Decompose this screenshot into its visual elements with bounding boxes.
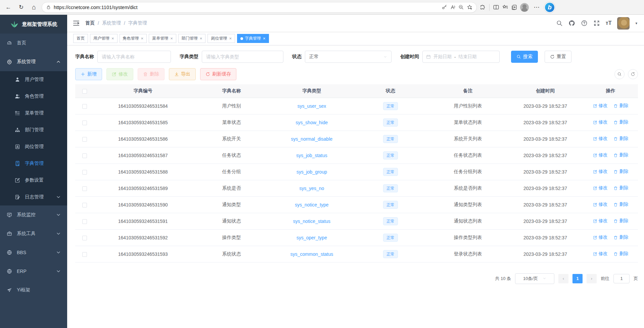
row-edit-link[interactable]: 修改	[593, 152, 608, 158]
row-edit-link[interactable]: 修改	[593, 103, 608, 109]
dict-type-link[interactable]: sys_notice_status	[293, 219, 330, 224]
bing-chat-icon[interactable]: b	[544, 2, 555, 13]
add-favorite-icon[interactable]	[467, 4, 472, 10]
sidebar-item-system-mgmt[interactable]: 系统管理	[0, 52, 67, 71]
nav-tab[interactable]: 角色管理 ×	[120, 34, 147, 43]
browser-more-icon[interactable]: ⋯	[532, 2, 542, 12]
prev-page-button[interactable]: ‹	[558, 274, 568, 283]
url-text[interactable]: https://ccnetcore.com:1101/system/dict	[54, 5, 439, 10]
sidebar-item-post-mgmt[interactable]: 岗位管理	[0, 138, 67, 155]
row-delete-link[interactable]: 删除	[613, 103, 628, 109]
browser-profile-avatar[interactable]	[520, 3, 529, 12]
fullscreen-icon[interactable]	[593, 20, 600, 27]
dict-type-link[interactable]: sys_user_sex	[297, 103, 326, 109]
current-page[interactable]: 1	[572, 274, 583, 283]
read-aloud-icon[interactable]	[450, 4, 456, 10]
row-checkbox[interactable]	[82, 104, 87, 109]
row-edit-link[interactable]: 修改	[593, 201, 608, 207]
row-delete-link[interactable]: 删除	[613, 234, 628, 240]
row-checkbox[interactable]	[82, 170, 87, 175]
user-avatar[interactable]	[617, 17, 630, 30]
browser-reload-icon[interactable]: ↻	[16, 2, 26, 12]
nav-tab[interactable]: 字典管理 ×	[237, 34, 269, 43]
close-icon[interactable]: ×	[200, 36, 202, 41]
sidebar-item-user-mgmt[interactable]: 用户管理	[0, 71, 67, 88]
dict-type-link[interactable]: sys_job_group	[296, 169, 327, 175]
sidebar-item-dept-mgmt[interactable]: 部门管理	[0, 122, 67, 138]
dict-name-input[interactable]	[97, 51, 171, 63]
close-icon[interactable]: ×	[229, 36, 232, 41]
sidebar-item-role-mgmt[interactable]: 角色管理	[0, 88, 67, 105]
split-screen-icon[interactable]	[493, 4, 499, 10]
row-edit-link[interactable]: 修改	[593, 251, 608, 257]
sidebar-item-menu-mgmt[interactable]: 菜单管理	[0, 105, 67, 122]
sidebar-item-system-tools[interactable]: 系统工具	[0, 224, 67, 243]
goto-page-input[interactable]	[613, 274, 630, 283]
edit-button[interactable]: 修改	[106, 68, 133, 80]
toggle-search-button[interactable]	[614, 69, 625, 79]
dict-type-link[interactable]: sys_yes_no	[299, 186, 324, 191]
sidebar-item-erp[interactable]: ERP	[0, 262, 67, 281]
next-page-button[interactable]: ›	[587, 274, 597, 283]
favorites-icon[interactable]	[502, 4, 508, 10]
row-delete-link[interactable]: 删除	[613, 251, 628, 257]
row-checkbox[interactable]	[82, 137, 87, 142]
sidebar-item-system-monitor[interactable]: 系统监控	[0, 205, 67, 224]
export-button[interactable]: 导出	[169, 68, 196, 80]
row-checkbox[interactable]	[82, 203, 87, 207]
sidebar-item-bbs[interactable]: BBS	[0, 243, 67, 262]
reset-button[interactable]: 重置	[545, 51, 571, 63]
browser-back-icon[interactable]: ←	[3, 2, 13, 12]
row-delete-link[interactable]: 删除	[613, 185, 628, 191]
row-edit-link[interactable]: 修改	[593, 218, 608, 224]
row-delete-link[interactable]: 删除	[613, 136, 628, 142]
sidebar-item-yi-framework[interactable]: Yi框架	[0, 281, 67, 299]
row-edit-link[interactable]: 修改	[593, 234, 608, 240]
refresh-table-button[interactable]	[628, 69, 638, 79]
collections-icon[interactable]	[511, 4, 517, 10]
font-size-icon[interactable]: тT	[606, 20, 612, 26]
row-checkbox[interactable]	[82, 252, 87, 257]
nav-tab[interactable]: 菜单管理 ×	[149, 34, 176, 43]
browser-home-icon[interactable]: ⌂	[29, 2, 39, 12]
row-checkbox[interactable]	[82, 236, 87, 240]
select-all-checkbox[interactable]	[82, 89, 87, 94]
close-icon[interactable]: ×	[111, 36, 114, 41]
search-icon[interactable]	[556, 20, 563, 27]
dict-type-link[interactable]: sys_common_status	[290, 251, 333, 257]
nav-tab[interactable]: 部门管理 ×	[178, 34, 206, 43]
close-icon[interactable]: ×	[170, 36, 173, 41]
dict-type-link[interactable]: sys_show_hide	[296, 120, 328, 125]
row-delete-link[interactable]: 删除	[613, 218, 628, 224]
sidebar-item-dict-mgmt[interactable]: 字典管理	[0, 155, 67, 172]
sidebar-item-home[interactable]: 首页	[0, 34, 67, 52]
row-delete-link[interactable]: 删除	[613, 152, 628, 158]
close-icon[interactable]: ×	[263, 36, 266, 41]
help-icon[interactable]	[581, 20, 588, 27]
row-checkbox[interactable]	[82, 121, 87, 125]
add-button[interactable]: 新增	[75, 68, 102, 80]
close-icon[interactable]: ×	[141, 36, 144, 41]
breadcrumb-home[interactable]: 首页	[85, 20, 95, 26]
dict-type-link[interactable]: sys_normal_disable	[291, 136, 333, 142]
dict-type-link[interactable]: sys_notice_type	[295, 202, 328, 207]
github-icon[interactable]	[568, 20, 575, 27]
extensions-icon[interactable]	[479, 4, 486, 10]
row-checkbox[interactable]	[82, 153, 87, 158]
refresh-cache-button[interactable]: 刷新缓存	[200, 68, 236, 80]
date-range-picker[interactable]: 开始日期 - 结束日期	[422, 51, 500, 63]
address-bar[interactable]: https://ccnetcore.com:1101/system/dict	[42, 2, 477, 13]
sidebar-item-log-mgmt[interactable]: 日志管理	[0, 189, 67, 205]
nav-tab[interactable]: 首页	[73, 34, 88, 43]
row-delete-link[interactable]: 删除	[613, 201, 628, 207]
dict-type-link[interactable]: sys_oper_type	[296, 235, 327, 240]
row-edit-link[interactable]: 修改	[593, 169, 608, 175]
dict-type-link[interactable]: sys_job_status	[296, 153, 327, 158]
sidebar-item-param-settings[interactable]: 参数设置	[0, 172, 67, 189]
nav-tab[interactable]: 岗位管理 ×	[208, 34, 235, 43]
delete-button[interactable]: 删除	[138, 68, 165, 80]
zoom-out-icon[interactable]	[458, 4, 464, 10]
row-checkbox[interactable]	[82, 186, 87, 191]
dict-type-input[interactable]	[202, 51, 283, 63]
status-select[interactable]: 正常	[305, 51, 392, 63]
